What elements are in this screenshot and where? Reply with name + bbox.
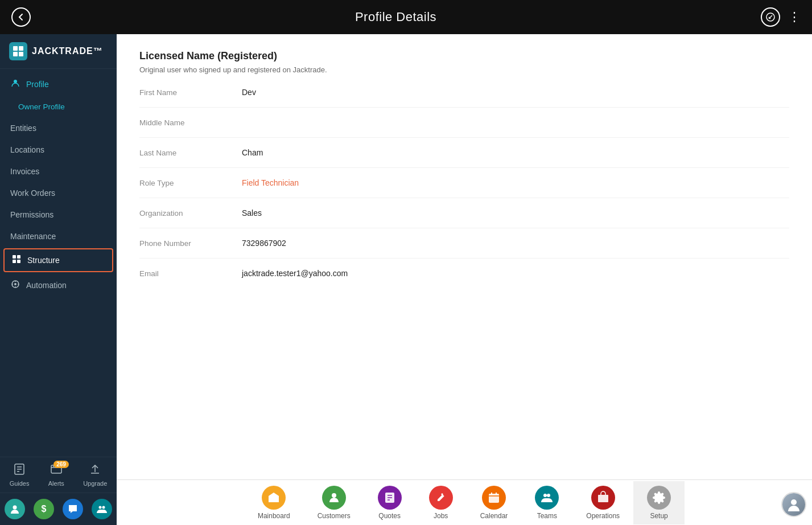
upgrade-icon	[89, 463, 101, 478]
operations-label: Operations	[586, 512, 620, 520]
logo-icon	[9, 42, 27, 60]
setup-label: Setup	[650, 512, 667, 520]
field-value: 7329867902	[242, 239, 286, 248]
back-button[interactable]	[11, 7, 31, 27]
jobs-label: Jobs	[434, 512, 448, 520]
sidebar-item-work-orders[interactable]: Work Orders	[0, 182, 117, 204]
svg-rect-11	[17, 260, 20, 263]
svg-rect-5	[13, 52, 18, 56]
svg-rect-9	[17, 255, 20, 259]
dollar-sign: $	[41, 504, 46, 514]
person-icon-btn[interactable]	[5, 499, 25, 519]
group-icon-btn[interactable]	[92, 499, 112, 519]
mainboard-label: Mainboard	[258, 512, 290, 520]
calendar-icon	[482, 486, 506, 510]
customers-icon	[322, 486, 346, 510]
section-subtitle: Original user who signed up and register…	[139, 65, 789, 74]
svg-point-29	[102, 506, 105, 509]
tab-setup[interactable]: Setup	[633, 481, 685, 524]
guides-icon	[13, 463, 26, 478]
tab-operations[interactable]: Operations	[572, 481, 633, 524]
sidebar-item-entities[interactable]: Entities	[0, 117, 117, 139]
teams-icon	[535, 486, 559, 510]
profile-fields: First NameDevMiddle NameLast NameChamRol…	[139, 88, 789, 288]
mainboard-icon	[262, 486, 286, 510]
dollar-icon-btn[interactable]: $	[34, 499, 54, 519]
field-row: Last NameCham	[139, 148, 789, 168]
field-row: OrganizationSales	[139, 208, 789, 228]
alerts-badge: 269	[53, 461, 69, 468]
entities-label: Entities	[10, 124, 36, 133]
setup-icon	[647, 486, 671, 510]
upgrade-button[interactable]: Upgrade	[83, 463, 107, 487]
field-row: Phone Number7329867902	[139, 239, 789, 259]
field-value: Cham	[242, 148, 263, 157]
sidebar-bottom: Guides 269 Alerts	[0, 457, 117, 493]
sidebar-item-permissions[interactable]: Permissions	[0, 204, 117, 225]
field-label: Middle Name	[139, 118, 242, 127]
svg-point-40	[543, 494, 547, 497]
quotes-icon	[378, 486, 402, 510]
svg-rect-42	[598, 495, 608, 502]
guides-button[interactable]: Guides	[10, 463, 30, 487]
field-value: Sales	[242, 208, 262, 218]
operations-icon	[591, 486, 615, 510]
edit-button[interactable]	[761, 7, 780, 27]
tab-bar: Mainboard Customers	[117, 479, 812, 525]
svg-point-28	[99, 506, 102, 509]
field-row: First NameDev	[139, 88, 789, 108]
svg-point-44	[791, 499, 797, 505]
tab-teams[interactable]: Teams	[521, 481, 572, 524]
svg-marker-30	[269, 493, 279, 502]
structure-label: Structure	[27, 256, 60, 265]
sidebar-item-maintenance[interactable]: Maintenance	[0, 225, 117, 247]
svg-rect-36	[489, 494, 499, 503]
jobs-icon	[429, 486, 453, 510]
tab-customers[interactable]: Customers	[304, 481, 364, 524]
svg-rect-3	[13, 46, 18, 51]
svg-rect-10	[13, 260, 16, 263]
tab-jobs[interactable]: Jobs	[415, 481, 467, 524]
header-left	[11, 7, 31, 27]
svg-point-31	[332, 493, 336, 498]
chat-icon-btn[interactable]	[63, 499, 83, 519]
tab-mainboard[interactable]: Mainboard	[244, 481, 304, 524]
sidebar-item-invoices[interactable]: Invoices	[0, 161, 117, 182]
tab-quotes[interactable]: Quotes	[364, 481, 415, 524]
alerts-label: Alerts	[48, 480, 64, 487]
profile-label: Profile	[26, 80, 49, 89]
sidebar-item-automation[interactable]: Automation	[0, 273, 117, 297]
field-value: jacktrade.tester1@yahoo.com	[242, 269, 348, 278]
more-button[interactable]: ⋮	[788, 10, 801, 24]
sidebar-item-owner-profile[interactable]: Owner Profile	[0, 96, 117, 117]
sidebar-item-profile[interactable]: Profile	[0, 72, 117, 96]
svg-rect-6	[19, 52, 23, 56]
sidebar-logo: JACKTRADE™	[0, 34, 117, 69]
header-right: ⋮	[761, 7, 801, 27]
user-avatar[interactable]	[781, 492, 806, 517]
svg-rect-4	[19, 46, 23, 51]
field-row: Middle Name	[139, 118, 789, 138]
sidebar-item-structure[interactable]: Structure	[3, 248, 113, 272]
svg-point-41	[547, 494, 550, 497]
maintenance-label: Maintenance	[10, 232, 56, 241]
alerts-button[interactable]: 269 Alerts	[48, 463, 64, 487]
content-area: Licensed Name (Registered) Original user…	[117, 34, 812, 525]
owner-profile-label: Owner Profile	[18, 102, 65, 111]
tab-calendar[interactable]: Calendar	[467, 481, 522, 524]
main-layout: JACKTRADE™ Profile Owner Profile Entitie…	[0, 34, 812, 525]
teams-label: Teams	[537, 512, 557, 520]
field-value: Field Technician	[242, 178, 299, 187]
guides-label: Guides	[10, 480, 30, 487]
field-label: First Name	[139, 88, 242, 97]
sidebar-item-locations[interactable]: Locations	[0, 139, 117, 161]
field-value: Dev	[242, 88, 256, 97]
field-row: Emailjacktrade.tester1@yahoo.com	[139, 269, 789, 288]
customers-label: Customers	[318, 512, 351, 520]
field-label: Phone Number	[139, 239, 242, 248]
locations-label: Locations	[10, 145, 44, 154]
svg-point-13	[14, 283, 17, 285]
work-orders-label: Work Orders	[10, 188, 55, 198]
section-title: Licensed Name (Registered)	[139, 50, 789, 62]
field-label: Role Type	[139, 178, 242, 187]
